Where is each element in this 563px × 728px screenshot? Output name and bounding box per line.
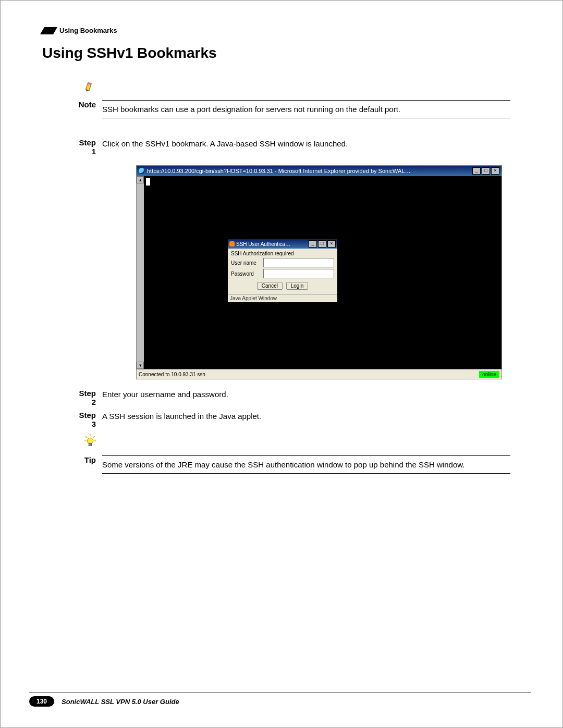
tip-text: Some versions of the JRE may cause the S… <box>102 455 510 474</box>
ie-titlebar: https://10.0.93.200/cgi-bin/ssh?HOST=10.… <box>137 166 501 176</box>
ssh-auth-dialog: SSH User Authentica… _ □ × SSH Authoriza… <box>227 239 338 303</box>
svg-rect-9 <box>89 443 92 446</box>
svg-point-8 <box>87 438 93 443</box>
dialog-maximize-icon[interactable]: □ <box>318 240 326 248</box>
step-label: Step 3 <box>74 411 102 428</box>
step-text: Enter your username and password. <box>102 389 510 400</box>
step-row: Step 2 Enter your username and password. <box>74 389 510 406</box>
auth-dialog-title: SSH User Authentica… <box>236 241 290 247</box>
password-input[interactable] <box>263 269 334 278</box>
breadcrumb: Using Bookmarks <box>59 27 117 34</box>
step-text: Click on the SSHv1 bookmark. A Java-base… <box>102 138 510 149</box>
step-label: Step 2 <box>74 389 102 406</box>
step-text: A SSH session is launched in the Java ap… <box>102 411 510 422</box>
page-footer: 130 SonicWALL SSL VPN 5.0 User Guide <box>29 693 531 707</box>
step-label: Step 1 <box>74 138 102 156</box>
status-connection: Connected to 10.0.93.31 ssh <box>139 372 205 377</box>
step-row: Step 3 A SSH session is launched in the … <box>74 411 510 428</box>
close-icon[interactable]: × <box>491 167 499 175</box>
lightbulb-icon <box>74 433 102 450</box>
step-row: Step 1 Click on the SSHv1 bookmark. A Ja… <box>74 138 510 156</box>
page-number: 130 <box>29 696 54 707</box>
cancel-button[interactable]: Cancel <box>257 282 283 290</box>
pencil-icon <box>74 77 102 95</box>
ie-title-text: https://10.0.93.200/cgi-bin/ssh?HOST=10.… <box>147 168 411 174</box>
svg-line-4 <box>85 436 88 438</box>
minimize-icon[interactable]: _ <box>472 167 481 175</box>
maximize-icon[interactable]: □ <box>482 167 490 175</box>
terminal-cursor <box>146 178 150 186</box>
username-input[interactable] <box>263 258 334 267</box>
applet-footer: Java Applet Window <box>228 294 337 302</box>
scroll-up-icon[interactable]: ▴ <box>137 176 144 183</box>
dialog-close-icon[interactable]: × <box>327 240 336 248</box>
ie-globe-icon <box>139 168 145 174</box>
header-slash-icon <box>40 27 57 34</box>
footer-title: SonicWALL SSL VPN 5.0 User Guide <box>62 698 179 706</box>
note-text: SSH bookmarks can use a port designation… <box>102 100 510 118</box>
svg-line-5 <box>93 436 95 438</box>
ssh-terminal-area: ▴ ▾ SSH User Authentica… _ □ × <box>137 176 501 369</box>
ie-status-bar: Connected to 10.0.93.31 ssh online <box>137 369 501 379</box>
java-icon <box>229 241 235 246</box>
password-label: Password <box>231 271 263 277</box>
ssh-screenshot: https://10.0.93.200/cgi-bin/ssh?HOST=10.… <box>136 165 502 379</box>
window-buttons: _ □ × <box>472 167 499 175</box>
status-online: online <box>479 371 499 378</box>
page-title: Using SSHv1 Bookmarks <box>42 45 531 61</box>
login-button[interactable]: Login <box>286 282 308 290</box>
note-label: Note <box>74 100 102 109</box>
username-label: User name <box>231 260 263 266</box>
dialog-minimize-icon[interactable]: _ <box>309 240 317 248</box>
tip-label: Tip <box>74 455 102 464</box>
page-header: Using Bookmarks <box>42 27 531 34</box>
auth-message: SSH Authorization required <box>231 251 334 256</box>
scroll-down-icon[interactable]: ▾ <box>137 362 144 369</box>
